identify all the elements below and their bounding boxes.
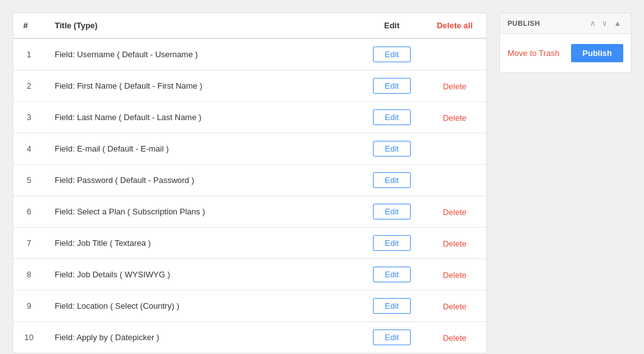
row-title: Field: Job Title ( Textarea ) [45,228,360,259]
table-row: 3Field: Last Name ( Default - Last Name … [13,102,486,133]
row-edit-cell: Edit [360,196,423,228]
edit-button[interactable]: Edit [373,78,411,94]
row-title: Field: Apply by ( Datepicker ) [45,322,360,353]
delete-button[interactable]: Delete [443,207,467,217]
row-title: Field: Last Name ( Default - Last Name ) [45,102,360,133]
row-title: Field: E-mail ( Default - E-mail ) [45,133,360,165]
edit-button[interactable]: Edit [373,235,411,251]
row-delete-cell: Delete [423,196,486,228]
row-title: Field: Job Details ( WYSIWYG ) [45,259,360,290]
row-number: 8 [13,259,45,290]
table-row: 10Field: Apply by ( Datepicker )EditDele… [13,322,486,353]
table-row: 7Field: Job Title ( Textarea )EditDelete [13,228,486,259]
row-number: 3 [13,102,45,133]
row-delete-cell: Delete [423,259,486,290]
row-delete-cell: Delete [423,228,486,259]
row-edit-cell: Edit [360,102,423,133]
publish-collapse-down-button[interactable]: ∨ [600,18,609,28]
edit-button[interactable]: Edit [373,267,411,282]
publish-collapse-button[interactable]: ▲ [612,18,623,28]
delete-button[interactable]: Delete [443,270,467,280]
row-edit-cell: Edit [360,38,423,70]
move-to-trash-button[interactable]: Move to Trash [508,48,559,58]
table-row: 9Field: Location ( Select (Country) )Edi… [13,290,486,322]
delete-button[interactable]: Delete [443,82,467,91]
publish-body: Move to Trash Publish [500,34,631,72]
row-number: 9 [13,290,45,322]
row-number: 1 [13,38,45,70]
row-number: 7 [13,228,45,259]
row-edit-cell: Edit [360,165,423,196]
row-title: Field: Username ( Default - Username ) [45,38,360,70]
col-header-delete-all[interactable]: Delete all [423,13,486,38]
row-title: Field: First Name ( Default - First Name… [45,70,360,102]
edit-button[interactable]: Edit [373,204,411,219]
table-row: 5Field: Password ( Default - Password )E… [13,165,486,196]
row-delete-cell [423,38,486,70]
row-delete-cell: Delete [423,70,486,102]
publish-header-icons: ∧ ∨ ▲ [588,18,623,28]
row-title: Field: Password ( Default - Password ) [45,165,360,196]
main-panel: # Title (Type) Edit Delete all 1Field: U… [13,13,487,353]
col-header-edit: Edit [360,13,423,38]
edit-button[interactable]: Edit [373,329,411,345]
edit-button[interactable]: Edit [373,109,411,125]
row-number: 2 [13,70,45,102]
row-edit-cell: Edit [360,259,423,290]
publish-panel-title: PUBLISH [508,19,540,27]
table-row: 1Field: Username ( Default - Username )E… [13,38,486,70]
row-edit-cell: Edit [360,228,423,259]
row-edit-cell: Edit [360,133,423,165]
row-delete-cell [423,165,486,196]
row-number: 6 [13,196,45,228]
delete-button[interactable]: Delete [443,302,467,311]
publish-button[interactable]: Publish [571,44,623,62]
publish-collapse-up-button[interactable]: ∧ [588,18,597,28]
row-number: 10 [13,322,45,353]
delete-button[interactable]: Delete [443,333,467,343]
row-delete-cell: Delete [423,102,486,133]
edit-button[interactable]: Edit [373,47,411,62]
row-delete-cell: Delete [423,322,486,353]
table-row: 8Field: Job Details ( WYSIWYG )EditDelet… [13,259,486,290]
col-header-title: Title (Type) [45,13,360,38]
edit-button[interactable]: Edit [373,172,411,188]
delete-button[interactable]: Delete [443,113,467,123]
row-title: Field: Select a Plan ( Subscription Plan… [45,196,360,228]
page-wrapper: # Title (Type) Edit Delete all 1Field: U… [13,13,631,353]
row-delete-cell [423,133,486,165]
publish-panel: PUBLISH ∧ ∨ ▲ Move to Trash Publish [499,13,631,73]
delete-button[interactable]: Delete [443,239,467,248]
row-number: 5 [13,165,45,196]
table-row: 6Field: Select a Plan ( Subscription Pla… [13,196,486,228]
table-row: 2Field: First Name ( Default - First Nam… [13,70,486,102]
row-number: 4 [13,133,45,165]
publish-header: PUBLISH ∧ ∨ ▲ [500,13,631,34]
row-delete-cell: Delete [423,290,486,322]
row-edit-cell: Edit [360,70,423,102]
row-edit-cell: Edit [360,290,423,322]
table-row: 4Field: E-mail ( Default - E-mail )Edit [13,133,486,165]
edit-button[interactable]: Edit [373,298,411,314]
row-title: Field: Location ( Select (Country) ) [45,290,360,322]
row-edit-cell: Edit [360,322,423,353]
edit-button[interactable]: Edit [373,141,411,157]
fields-table: # Title (Type) Edit Delete all 1Field: U… [13,13,486,353]
col-header-hash: # [13,13,45,38]
